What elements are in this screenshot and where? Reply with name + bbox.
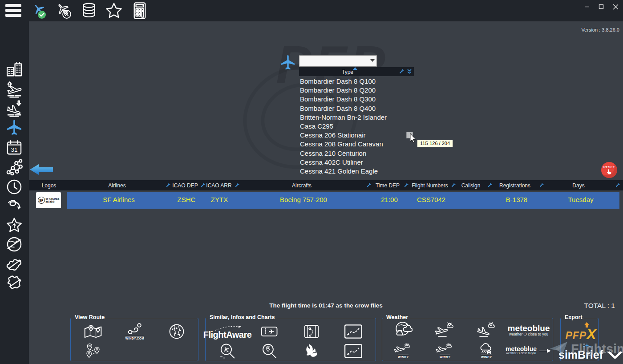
departure-weather-icon[interactable] [434, 322, 456, 338]
edit-wrench-icon[interactable] [404, 182, 409, 188]
col-days[interactable]: Days [572, 182, 584, 189]
col-aircrafts[interactable]: Aircrafts [292, 182, 312, 189]
maximize-button[interactable] [596, 2, 606, 12]
airline-logo[interactable]: SF SF AIRLINES 顺丰航空 [36, 192, 61, 208]
edit-wrench-icon[interactable] [200, 182, 206, 188]
sidebar-item-country-flights[interactable] [5, 274, 23, 292]
windy-label: WINDY [481, 355, 492, 359]
route-waypoints-icon[interactable] [85, 343, 101, 358]
list-item[interactable]: Bombardier Dash 8 Q400 [300, 104, 433, 113]
calculator-icon[interactable] [130, 2, 150, 20]
list-item[interactable]: Cessna 421 Golden Eagle [300, 167, 433, 176]
list-item[interactable]: Bombardier Dash 8 Q200 [300, 86, 433, 95]
windy-label: WINDY [440, 355, 450, 359]
sf-logo-circle: SF [38, 197, 45, 204]
sidebar-item-departures[interactable] [5, 81, 23, 98]
minimize-button[interactable] [582, 2, 592, 12]
weather-section: Weather meteoblue wea [382, 318, 553, 361]
simbrief-label: simBrief [558, 348, 603, 361]
col-time-dep[interactable]: Time DEP [376, 182, 400, 189]
col-icao-arr[interactable]: ICAO ARR [206, 182, 231, 189]
list-item[interactable]: Bombardier Dash 8 Q300 [300, 95, 433, 104]
edit-wrench-icon[interactable] [235, 182, 240, 188]
windy-meteogram-icon[interactable]: WINDY [479, 343, 494, 359]
col-logos[interactable]: Logos [42, 182, 57, 189]
firebird-icon[interactable] [303, 343, 320, 359]
charts-map-icon[interactable] [303, 324, 320, 339]
col-airlines[interactable]: Airlines [108, 182, 125, 189]
aircraft-type-combobox[interactable] [299, 55, 377, 67]
arrow-right-icon [538, 347, 552, 354]
col-flight-numbers[interactable]: Flight Numbers [412, 182, 448, 189]
mouse-cursor [409, 133, 417, 145]
sidebar-item-favorite-flights[interactable] [5, 216, 23, 234]
expand-chevron-down-icon[interactable] [607, 351, 623, 362]
meteoblue-logo[interactable]: meteoblue weather ❍ close to you [507, 325, 550, 336]
col-icao-dep[interactable]: ICAO DEP [172, 182, 198, 189]
edit-wrench-icon[interactable] [451, 182, 456, 188]
filter-wrench-icon[interactable] [399, 69, 405, 74]
sidebar-item-world-flights[interactable] [5, 235, 23, 253]
open-map-route-icon[interactable] [84, 324, 102, 339]
sidebar-item-network-routes[interactable] [5, 158, 23, 176]
list-item[interactable]: Cessna 402C Utiliner [300, 158, 433, 167]
windy-label: WINDY [398, 355, 409, 359]
sidebar-item-routes[interactable] [5, 197, 23, 215]
list-item[interactable]: Casa C295 [300, 122, 433, 131]
simbrief-export-logo[interactable]: simBrief [558, 348, 603, 361]
arrival-weather-icon[interactable] [476, 322, 497, 338]
edit-wrench-icon[interactable] [539, 182, 544, 188]
sidebar-item-aircrafts[interactable] [5, 118, 23, 136]
cell-flight-number: CSS7042 [417, 196, 445, 203]
route-chart-card-icon[interactable] [344, 324, 363, 339]
table-row[interactable]: SF Airlines ZSHC ZYTX Boeing 757-200 21:… [67, 192, 619, 209]
flights-validated-icon[interactable] [28, 2, 48, 20]
edit-wrench-icon[interactable] [615, 182, 620, 188]
sidebar-item-airports[interactable] [5, 61, 23, 78]
flights-excluded-icon[interactable] [53, 2, 73, 20]
sidebar-item-arrivals[interactable] [5, 100, 23, 117]
windy-departure-icon[interactable]: WINDY [435, 343, 455, 359]
sidebar-item-continent-flights[interactable] [5, 255, 23, 273]
simbrief-plane-icon [583, 343, 591, 349]
favorites-star-icon[interactable] [104, 2, 124, 20]
edit-wrench-icon[interactable] [166, 182, 171, 188]
flightaware-logo[interactable]: FlightAware [203, 325, 252, 340]
export-section: Export PFPX simBrief [560, 318, 599, 361]
combobox-dropdown-arrow-icon [370, 59, 375, 62]
meteoblue-export-icon[interactable]: meteoblue weather ❍ close to you [506, 346, 552, 355]
edit-wrench-icon[interactable] [366, 182, 372, 188]
pagination-tooltip: 115-126 / 204 [417, 140, 453, 147]
sidebar-item-times[interactable] [5, 178, 23, 196]
windy-com-route-icon[interactable]: WINDY.COM [125, 323, 144, 340]
pfpx-export-logo[interactable]: PFPX [565, 322, 596, 343]
database-icon[interactable] [79, 2, 99, 20]
search-similar-flights-icon[interactable] [218, 343, 236, 359]
col-callsign[interactable]: Callsign [461, 182, 481, 189]
reset-button[interactable]: RESET [601, 162, 617, 178]
type-column-header[interactable]: Type [299, 67, 414, 76]
flights-table-header: Logos Airlines ICAO DEP ICAO ARR Aircraf… [29, 180, 623, 190]
edit-wrench-icon[interactable] [487, 182, 493, 188]
list-item[interactable]: Britten-Norman Bn-2 Islander [300, 113, 433, 122]
search-location-icon[interactable] [261, 343, 278, 359]
col-registrations[interactable]: Registrations [499, 182, 530, 189]
similar-infos-charts-section: Similar, Infos and Charts FlightAware [205, 318, 376, 361]
back-arrow-button[interactable] [29, 162, 54, 178]
close-button[interactable] [611, 2, 620, 12]
list-item[interactable]: Bombardier Dash 8 Q100 [300, 77, 433, 86]
window-controls [582, 2, 620, 12]
cell-time-dep: 21:00 [381, 196, 398, 203]
flight-ticket-icon[interactable] [260, 325, 278, 338]
route-chart-card-icon[interactable] [344, 344, 363, 358]
windy-departure-icon[interactable]: WINDY [393, 343, 413, 359]
globe-route-icon[interactable] [169, 324, 185, 340]
sf-logo-cn: 顺丰航空 [46, 200, 60, 203]
list-item[interactable]: Cessna 210 Centurion [300, 149, 433, 158]
meteoblue-label: meteoblue [507, 325, 550, 332]
menu-icon[interactable] [4, 2, 23, 20]
reset-button-label: RESET [603, 166, 615, 169]
collapse-chevrons-icon[interactable] [407, 69, 412, 74]
world-weather-icon[interactable] [394, 321, 413, 339]
sidebar-item-calendar[interactable]: 31 [5, 139, 23, 157]
